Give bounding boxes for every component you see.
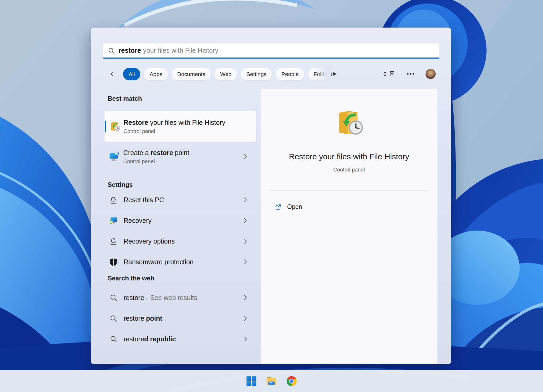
chrome-icon bbox=[286, 376, 297, 386]
search-typed-text: restore bbox=[119, 47, 141, 54]
taskbar bbox=[0, 370, 543, 392]
chevron-right-icon bbox=[244, 336, 247, 342]
tab-folders[interactable]: Folders bbox=[308, 68, 332, 80]
desktop: restore your files with File History All… bbox=[0, 0, 543, 392]
rewards-button[interactable]: 0 bbox=[383, 71, 395, 77]
result-reset-this-pc[interactable]: Reset this PC bbox=[104, 190, 256, 210]
results-column: Best match Restore your files with File … bbox=[104, 89, 256, 364]
tab-people[interactable]: People bbox=[276, 68, 304, 80]
preview-panel: Restore your files with File History Con… bbox=[261, 89, 437, 364]
web-suggestion-label: restored republic bbox=[124, 335, 176, 343]
search-input[interactable]: restore your files with File History bbox=[103, 43, 440, 59]
search-web-header: Search the web bbox=[104, 275, 256, 283]
preview-divider bbox=[269, 190, 429, 191]
selection-accent-bar bbox=[105, 121, 106, 132]
web-suggestion-restore-point[interactable]: restore point bbox=[104, 308, 256, 329]
folder-icon bbox=[266, 376, 277, 386]
user-avatar[interactable] bbox=[426, 69, 436, 79]
result-label: Recovery options bbox=[124, 237, 175, 245]
result-recovery-options[interactable]: Recovery options bbox=[104, 231, 256, 252]
system-properties-icon bbox=[108, 151, 121, 163]
tab-documents[interactable]: Documents bbox=[172, 68, 211, 80]
best-match-header: Best match bbox=[104, 95, 256, 103]
recovery-icon bbox=[109, 216, 118, 225]
open-external-icon bbox=[275, 204, 282, 210]
result-label: Reset this PC bbox=[124, 196, 164, 204]
web-suggestion-restore[interactable]: restore - See web results bbox=[104, 287, 256, 308]
file-history-large-icon bbox=[333, 107, 365, 139]
web-suggestion-restored-republic[interactable]: restored republic bbox=[104, 329, 256, 349]
search-icon bbox=[109, 293, 118, 302]
chevron-right-icon bbox=[244, 218, 247, 223]
rewards-medal-icon bbox=[388, 71, 395, 77]
chevron-right-icon bbox=[244, 239, 247, 244]
chevron-right-icon bbox=[244, 295, 247, 300]
create-restore-title: Create a restore point bbox=[123, 149, 189, 157]
settings-header: Settings bbox=[104, 181, 256, 189]
preview-subtitle: Control panel bbox=[261, 167, 437, 173]
chevron-right-icon bbox=[244, 197, 247, 202]
rewards-count: 0 bbox=[383, 71, 387, 77]
open-action[interactable]: Open bbox=[275, 203, 437, 210]
web-suggestion-label: restore - See web results bbox=[124, 294, 197, 302]
recovery-options-icon bbox=[109, 236, 118, 246]
result-ransomware-protection[interactable]: Ransomware protection bbox=[104, 252, 256, 272]
search-icon bbox=[108, 47, 115, 54]
tab-web[interactable]: Web bbox=[214, 68, 237, 80]
search-flyout-window: restore your files with File History All… bbox=[91, 28, 451, 364]
result-create-restore-point[interactable]: Create a restore point Control panel bbox=[104, 146, 256, 168]
chevron-right-icon bbox=[244, 259, 247, 265]
search-suggestion-text: your files with File History bbox=[143, 47, 218, 54]
chevron-right-icon bbox=[244, 316, 247, 321]
search-icon bbox=[109, 314, 118, 323]
create-restore-subtitle: Control panel bbox=[123, 158, 189, 165]
security-shield-icon bbox=[109, 257, 118, 267]
open-label: Open bbox=[287, 203, 302, 210]
more-options-button[interactable] bbox=[407, 73, 414, 75]
tab-apps[interactable]: Apps bbox=[144, 68, 168, 80]
filter-tabs: All Apps Documents Web Settings People F… bbox=[123, 68, 332, 80]
tab-all[interactable]: All bbox=[123, 68, 140, 80]
windows-logo-icon bbox=[246, 376, 257, 386]
result-label: Ransomware protection bbox=[124, 258, 194, 266]
start-button[interactable] bbox=[246, 376, 257, 386]
chevron-right-icon bbox=[244, 154, 247, 159]
result-label: Recovery bbox=[124, 217, 152, 224]
file-explorer-button[interactable] bbox=[266, 376, 277, 386]
tabs-expand-icon[interactable] bbox=[333, 72, 337, 76]
filter-bar: All Apps Documents Web Settings People F… bbox=[91, 67, 451, 81]
web-suggestion-label: restore point bbox=[124, 315, 162, 322]
chrome-button[interactable] bbox=[286, 376, 297, 386]
result-recovery[interactable]: Recovery bbox=[104, 210, 256, 231]
best-match-result[interactable]: Restore your files with File History Con… bbox=[104, 111, 256, 142]
search-icon bbox=[109, 334, 118, 344]
tab-settings[interactable]: Settings bbox=[241, 68, 272, 80]
best-match-title: Restore your files with File History bbox=[124, 119, 225, 126]
filter-bar-right: 0 bbox=[383, 69, 451, 79]
ellipsis-icon bbox=[407, 73, 414, 75]
reset-pc-icon bbox=[109, 195, 118, 205]
best-match-subtitle: Control panel bbox=[124, 128, 225, 134]
back-button[interactable] bbox=[109, 70, 116, 78]
file-history-icon bbox=[109, 120, 121, 133]
preview-title: Restore your files with File History bbox=[261, 152, 437, 161]
